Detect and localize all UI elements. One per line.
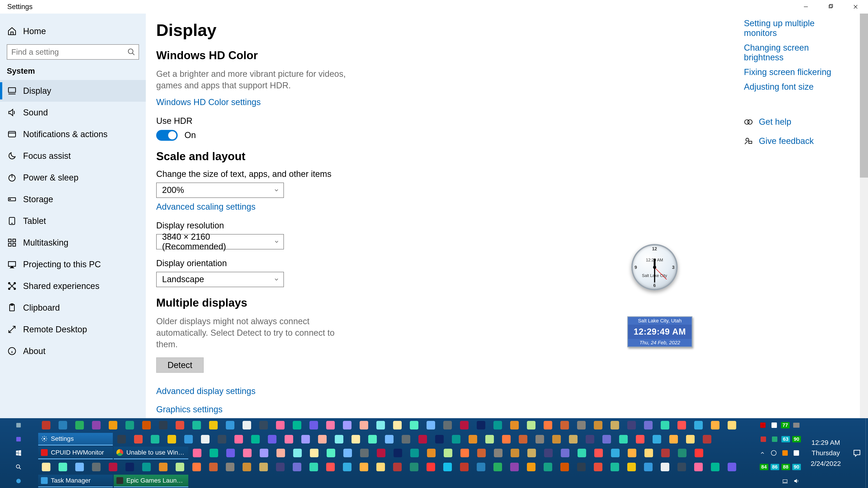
- taskbar-pinned-icon[interactable]: [440, 447, 456, 459]
- pin-generic[interactable]: [0, 432, 37, 446]
- taskbar-pinned-icon[interactable]: [699, 433, 715, 446]
- tray-icon[interactable]: [770, 421, 779, 430]
- taskbar-pinned-icon[interactable]: [172, 419, 188, 431]
- taskbar-pinned-icon[interactable]: [88, 419, 104, 431]
- search-box[interactable]: [7, 44, 139, 60]
- taskbar-pinned-icon[interactable]: [640, 461, 656, 473]
- taskbar-pinned-icon[interactable]: [55, 461, 71, 473]
- help-link-brightness[interactable]: Changing screen brightness: [744, 43, 839, 62]
- taskbar-pinned-icon[interactable]: [440, 419, 456, 431]
- taskbar-pinned-icon[interactable]: [415, 433, 431, 446]
- taskbar-pinned-icon[interactable]: [557, 419, 572, 431]
- taskbar-pinned-icon[interactable]: [322, 461, 338, 473]
- taskbar-pinned-icon[interactable]: [339, 419, 355, 431]
- give-feedback-link[interactable]: Give feedback: [744, 136, 839, 146]
- taskbar-pinned-icon[interactable]: [432, 433, 447, 446]
- taskbar-pinned-icon[interactable]: [272, 419, 288, 431]
- text-size-dropdown[interactable]: 200%: [156, 183, 284, 198]
- taskbar-pinned-icon[interactable]: [373, 461, 389, 473]
- taskbar-pinned-icon[interactable]: [406, 419, 422, 431]
- taskbar-app-chrome[interactable]: Unable to use Windo...: [114, 447, 188, 459]
- taskbar-pinned-icon[interactable]: [314, 433, 330, 446]
- taskbar-pinned-icon[interactable]: [565, 433, 581, 446]
- taskbar-pinned-icon[interactable]: [473, 447, 489, 459]
- tray-temp-badge[interactable]: 86: [771, 464, 779, 470]
- taskbar-pinned-icon[interactable]: [456, 419, 472, 431]
- sidebar-item-power-sleep[interactable]: Power & sleep: [0, 167, 146, 188]
- taskbar-pinned-icon[interactable]: [256, 419, 272, 431]
- taskbar-pinned-icon[interactable]: [591, 447, 607, 459]
- taskbar-pinned-icon[interactable]: [440, 461, 456, 473]
- taskbar-pinned-icon[interactable]: [248, 433, 264, 446]
- taskbar-pinned-icon[interactable]: [515, 433, 531, 446]
- help-link-fontsize[interactable]: Adjusting font size: [744, 82, 839, 92]
- taskbar-pinned-icon[interactable]: [490, 461, 506, 473]
- taskbar-pinned-icon[interactable]: [88, 461, 104, 473]
- taskbar-pinned-icon[interactable]: [390, 419, 405, 431]
- taskbar-pinned-icon[interactable]: [264, 433, 280, 446]
- graphics-settings-link[interactable]: Graphics settings: [156, 404, 223, 414]
- sidebar-item-focus-assist[interactable]: Focus assist: [0, 145, 146, 167]
- taskbar-pinned-icon[interactable]: [155, 419, 171, 431]
- sidebar-item-about[interactable]: About: [0, 340, 146, 362]
- sidebar-item-storage[interactable]: Storage: [0, 188, 146, 210]
- taskbar-pinned-icon[interactable]: [189, 447, 205, 459]
- digital-clock-gadget[interactable]: Salt Lake City, Utah 12:29:49 AM Thu, 24…: [627, 316, 692, 347]
- taskbar-pinned-icon[interactable]: [540, 461, 556, 473]
- taskbar-pinned-icon[interactable]: [289, 461, 305, 473]
- taskbar-pinned-icon[interactable]: [38, 461, 54, 473]
- scrollbar-thumb[interactable]: [860, 13, 868, 177]
- taskbar-pinned-icon[interactable]: [473, 419, 489, 431]
- taskbar-pinned-icon[interactable]: [599, 433, 615, 446]
- taskbar-pinned-icon[interactable]: [540, 419, 556, 431]
- resolution-dropdown[interactable]: 3840 × 2160 (Recommended): [156, 234, 284, 250]
- taskbar-pinned-icon[interactable]: [406, 461, 422, 473]
- tray-icon[interactable]: [780, 449, 789, 457]
- sidebar-item-multitasking[interactable]: Multitasking: [0, 232, 146, 254]
- taskbar-pinned-icon[interactable]: [574, 419, 589, 431]
- minimize-button[interactable]: [794, 0, 818, 13]
- volume-icon[interactable]: [792, 477, 801, 486]
- taskbar-pinned-icon[interactable]: [272, 461, 288, 473]
- action-center-button[interactable]: [848, 418, 866, 488]
- taskbar-pinned-icon[interactable]: [105, 419, 121, 431]
- taskbar-pinned-icon[interactable]: [206, 419, 221, 431]
- close-button[interactable]: [843, 0, 868, 13]
- taskbar-pinned-icon[interactable]: [641, 447, 657, 459]
- taskbar-pinned-icon[interactable]: [407, 447, 423, 459]
- taskbar-pinned-icon[interactable]: [239, 447, 255, 459]
- taskbar-pinned-icon[interactable]: [498, 433, 514, 446]
- taskbar-pinned-icon[interactable]: [590, 461, 606, 473]
- tray-icon[interactable]: [792, 421, 801, 430]
- taskbar-pinned-icon[interactable]: [473, 461, 489, 473]
- taskbar-pinned-icon[interactable]: [239, 419, 255, 431]
- taskbar-pinned-icon[interactable]: [532, 433, 548, 446]
- taskbar-pinned-icon[interactable]: [223, 447, 239, 459]
- taskbar-pinned-icon[interactable]: [172, 461, 188, 473]
- taskbar-pinned-icon[interactable]: [256, 447, 272, 459]
- taskbar-pinned-icon[interactable]: [557, 461, 572, 473]
- taskbar-pinned-icon[interactable]: [164, 433, 180, 446]
- taskbar-pinned-icon[interactable]: [724, 419, 740, 431]
- taskbar-pinned-icon[interactable]: [365, 433, 380, 446]
- taskbar-pinned-icon[interactable]: [155, 461, 171, 473]
- taskbar-pinned-icon[interactable]: [356, 461, 372, 473]
- sidebar-item-shared-experiences[interactable]: Shared experiences: [0, 275, 146, 297]
- taskbar-pinned-icon[interactable]: [306, 447, 322, 459]
- taskbar-pinned-icon[interactable]: [624, 447, 640, 459]
- taskbar-pinned-icon[interactable]: [289, 447, 305, 459]
- taskbar-pinned-icon[interactable]: [398, 433, 414, 446]
- analog-clock-gadget[interactable]: 12 3 6 9 12:29 AM Salt Lake City: [631, 244, 678, 290]
- tray-temp-badge[interactable]: 63: [781, 436, 790, 442]
- taskbar-pinned-icon[interactable]: [306, 419, 322, 431]
- pin-generic[interactable]: [0, 418, 37, 432]
- taskbar-pinned-icon[interactable]: [624, 419, 640, 431]
- advanced-display-link[interactable]: Advanced display settings: [156, 386, 255, 396]
- hdr-settings-link[interactable]: Windows HD Color settings: [156, 97, 260, 107]
- taskbar-pinned-icon[interactable]: [339, 461, 355, 473]
- scrollbar[interactable]: [860, 13, 868, 423]
- taskbar-pinned-icon[interactable]: [298, 433, 313, 446]
- taskbar-pinned-icon[interactable]: [657, 419, 673, 431]
- taskbar-pinned-icon[interactable]: [222, 461, 238, 473]
- taskbar-pinned-icon[interactable]: [381, 433, 397, 446]
